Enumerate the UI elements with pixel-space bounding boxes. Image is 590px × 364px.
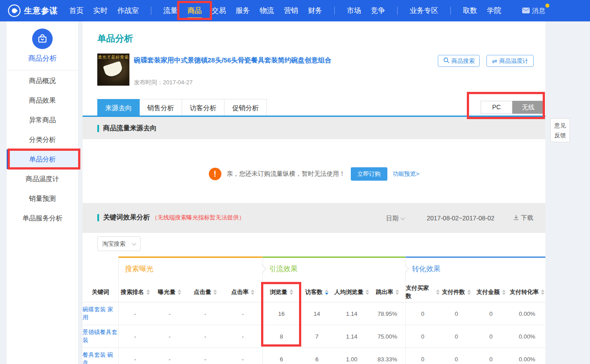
cell-pay-amount: 0	[473, 302, 509, 325]
cell-visitors: 7	[300, 325, 334, 347]
nav-item-logistics[interactable]: 物流	[255, 0, 279, 21]
cell-bounce-rate: 78.95%	[370, 302, 405, 325]
nav-item-competition[interactable]: 竞争	[366, 0, 390, 21]
sort-icon[interactable]	[436, 290, 440, 295]
cell-clicks: -	[187, 325, 223, 347]
product-thermometer-label: 商品温度计	[499, 57, 528, 65]
column-header-pay-conversion[interactable]: 支付转化率	[509, 282, 545, 302]
nav-item-business-zone[interactable]: 业务专区	[405, 0, 443, 21]
sidebar-item-sales-forecast[interactable]: 销量预测	[7, 189, 78, 208]
nav-item-traffic[interactable]: 流量	[158, 0, 183, 21]
column-header-pay-items[interactable]: 支付件数	[440, 282, 473, 302]
column-header-pageviews[interactable]: 浏览量	[262, 282, 300, 302]
warning-icon	[209, 168, 221, 180]
sidebar-item-product-effect[interactable]: 商品效果	[7, 91, 78, 110]
sort-icon[interactable]	[290, 290, 293, 295]
tab-source[interactable]: 来源去向	[97, 99, 140, 116]
column-header-pay-buyers[interactable]: 支付买家数	[405, 282, 440, 302]
exchange-icon: ⇌	[492, 58, 497, 64]
column-header-ctr[interactable]: 点击率	[223, 282, 262, 302]
device-toggle-pc[interactable]: PC	[481, 101, 512, 114]
keyword-table: 搜索曝光引流效果转化效果关键词搜索排名曝光量点击量点击率浏览量访客数人均浏览量跳…	[83, 256, 545, 364]
column-header-label: 曝光量	[158, 288, 175, 296]
message-label: 消息	[532, 7, 545, 15]
column-header-label: 支付金额	[477, 288, 500, 296]
table-group-3: 转化效果	[405, 256, 545, 282]
search-icon	[443, 57, 449, 65]
nav-item-service[interactable]: 服务	[231, 0, 255, 21]
sort-icon[interactable]	[467, 290, 471, 295]
nav-item-product[interactable]: 商品	[183, 0, 207, 21]
product-publish-time: 发布时间：2017-04-27	[134, 79, 193, 87]
column-header-label: 点击量	[194, 288, 211, 296]
nav-item-home[interactable]: 首页	[64, 0, 88, 21]
feedback-line: 意见	[551, 121, 569, 131]
column-header-label: 点击率	[231, 288, 249, 296]
sidebar-item-single-item-service[interactable]: 单品服务分析	[7, 208, 78, 228]
device-toggle: PC 无线	[481, 101, 544, 114]
download-button[interactable]: 下载	[513, 214, 533, 222]
tab-promotion[interactable]: 促销分析	[224, 99, 267, 116]
keyword-link[interactable]: 餐具套装 碗盘	[83, 348, 118, 364]
nav-item-finance[interactable]: 财务	[303, 0, 327, 21]
nav-item-realtime[interactable]: 实时	[88, 0, 112, 21]
channel-select[interactable]: 淘宝搜索	[97, 236, 141, 251]
column-header-pay-amount[interactable]: 支付金额	[473, 282, 509, 302]
nav-item-trade[interactable]: 交易	[207, 0, 231, 21]
product-title-link[interactable]: 碗碟套装家用中式景德镇28头/56头骨瓷餐具套装简约碗盘创意组合	[134, 56, 420, 65]
cell-clicks: -	[187, 302, 223, 325]
sidebar-item-category-analysis[interactable]: 分类分析	[7, 130, 78, 149]
sort-icon[interactable]	[502, 290, 506, 295]
column-header-impressions[interactable]: 曝光量	[152, 282, 187, 302]
table-group-label: 引流效果	[269, 265, 298, 274]
nav-item-marketing[interactable]: 营销	[279, 0, 303, 21]
main-card: 单品分析 透光才是好骨瓷 碗碟套装家用中式景德镇28头/56头骨瓷餐具套装简约碗…	[83, 21, 545, 364]
sidebar-item-product-overview[interactable]: 商品概况	[7, 71, 78, 91]
cell-pageviews: 16	[262, 302, 300, 325]
column-header-clicks[interactable]: 点击量	[187, 282, 223, 302]
feedback-button[interactable]: 意见 反馈	[550, 118, 570, 142]
sort-icon[interactable]	[366, 290, 369, 295]
sort-icon[interactable]	[146, 290, 150, 295]
nav-item-data-fetch[interactable]: 取数	[458, 0, 482, 21]
flow-section-title: 商品流量来源去向	[103, 124, 157, 132]
cell-search-rank: -	[118, 325, 152, 347]
column-header-label: 搜索排名	[121, 288, 144, 296]
cell-pay-conversion: 0.00%	[509, 348, 545, 364]
nav-item-war-room[interactable]: 作战室	[112, 0, 144, 21]
product-thermometer-button[interactable]: ⇌ 商品温度计	[486, 55, 534, 67]
cell-pay-items: 0	[440, 325, 473, 347]
keyword-link[interactable]: 碗碟套装 家用	[83, 302, 118, 325]
sort-icon[interactable]	[178, 290, 181, 295]
sidebar-item-product-thermometer[interactable]: 商品温度计	[7, 169, 78, 189]
cell-avg-pageviews: 1.14	[334, 325, 370, 347]
tab-sales[interactable]: 销售分析	[140, 99, 182, 116]
cell-avg-pageviews: 1.14	[334, 302, 370, 325]
feature-preview-link[interactable]: 功能预览>	[393, 170, 420, 178]
cell-impressions: -	[152, 325, 187, 347]
table-row: 碗碟套装 家用----16141.1478.95%0000.00%	[83, 302, 545, 325]
date-dropdown[interactable]: 日期	[386, 215, 404, 223]
sidebar-item-abnormal-products[interactable]: 异常商品	[7, 110, 78, 130]
tab-visitor[interactable]: 访客分析	[182, 99, 224, 116]
top-navbar: 生意参谋 首页实时作战室流量商品交易服务物流营销财务市场竞争业务专区取数学院 消…	[0, 0, 590, 21]
sidebar-item-single-item-analysis[interactable]: 单品分析	[7, 149, 78, 169]
column-header-visitors[interactable]: 访客数	[300, 282, 334, 302]
sort-icon[interactable]	[213, 290, 217, 295]
column-header-avg-pageviews[interactable]: 人均浏览量	[334, 282, 370, 302]
order-now-button[interactable]: 立即订购	[351, 167, 387, 181]
table-row: 景德镇餐具套装----871.1475.00%0000.00%	[83, 325, 545, 348]
column-header-search-rank[interactable]: 搜索排名	[118, 282, 152, 302]
nav-item-academy[interactable]: 学院	[482, 0, 506, 21]
sort-icon[interactable]	[395, 290, 399, 295]
keyword-link[interactable]: 景德镇餐具套装	[83, 325, 118, 347]
column-header-bounce-rate[interactable]: 跳出率	[370, 282, 405, 302]
sort-icon[interactable]	[251, 290, 254, 295]
nav-message[interactable]: 消息	[522, 7, 545, 15]
cell-bounce-rate: 83.33%	[370, 348, 405, 364]
sort-icon[interactable]	[541, 290, 544, 295]
device-toggle-wireless[interactable]: 无线	[512, 101, 544, 114]
nav-item-market[interactable]: 市场	[342, 0, 366, 21]
sort-icon[interactable]	[325, 290, 328, 295]
product-search-button[interactable]: 商品搜索	[438, 55, 480, 67]
